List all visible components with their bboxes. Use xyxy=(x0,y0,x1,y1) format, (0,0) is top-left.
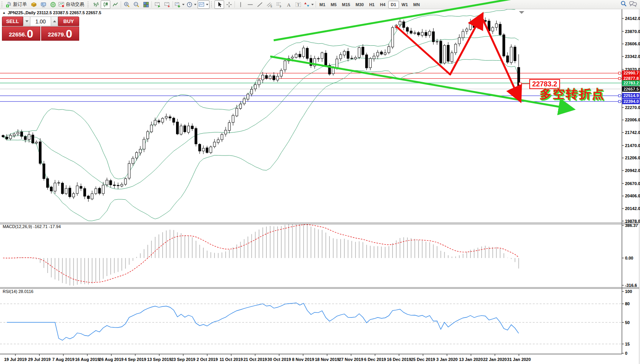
text-label-icon: T xyxy=(295,2,301,8)
periods-button[interactable] xyxy=(186,0,198,9)
chart-template-icon xyxy=(198,2,204,8)
panel-collapse-icon[interactable]: ▲ xyxy=(2,11,6,15)
candlestick-chart-button[interactable] xyxy=(101,0,110,9)
svg-text:20406.0: 20406.0 xyxy=(625,194,640,198)
turning-point-annotation[interactable]: 多空转折点 xyxy=(540,86,605,102)
horizontal-line-icon xyxy=(247,2,253,8)
tab-timeframe-M15[interactable]: M15 xyxy=(339,1,353,8)
tab-timeframe-D1[interactable]: D1 xyxy=(388,1,399,8)
chart-title: ▲ JPN225-,Daily 23112.5 23387.5 22657.5 … xyxy=(2,10,101,15)
macd-indicator-label: MACD(12,26,9) -162.71 -17.94 xyxy=(3,224,61,229)
drawing-objects-layer xyxy=(0,0,640,364)
sell-price-display[interactable]: 22656.0 xyxy=(2,26,40,41)
svg-text:20142.0: 20142.0 xyxy=(625,206,640,211)
candlestick-chart-icon xyxy=(103,2,109,8)
svg-text:22990.7: 22990.7 xyxy=(623,71,639,75)
date-axis[interactable]: 19 Jul 201929 Jul 20197 Aug 201916 Aug 2… xyxy=(0,354,622,362)
buy-button[interactable]: BUY xyxy=(58,17,79,26)
horizontal-line-tool-button[interactable] xyxy=(245,0,255,9)
vertical-line-tool-button[interactable] xyxy=(236,0,245,9)
fibonacci-tool-button[interactable]: F xyxy=(274,0,284,9)
clock-icon xyxy=(186,2,193,8)
svg-text:22514.9: 22514.9 xyxy=(623,93,639,98)
sell-price-pips: 0 xyxy=(27,28,33,40)
svg-text:3 Jan 2020: 3 Jan 2020 xyxy=(436,357,458,362)
tab-timeframe-M5[interactable]: M5 xyxy=(328,1,339,8)
sell-button[interactable]: SELL xyxy=(2,17,23,26)
svg-text:-316.6: -316.6 xyxy=(625,283,637,288)
label-tool-button[interactable]: T xyxy=(293,0,303,9)
volume-input[interactable]: 1.00 xyxy=(30,17,51,26)
falling-trendline-arrow[interactable] xyxy=(270,56,570,109)
svg-text:E: E xyxy=(271,5,273,8)
toolbar-separator xyxy=(173,1,173,8)
new-order-label: 新订单 xyxy=(13,1,28,8)
svg-text:19 Jul 2019: 19 Jul 2019 xyxy=(4,357,27,362)
tab-timeframe-H1[interactable]: H1 xyxy=(366,1,377,8)
dropdown-caret xyxy=(311,4,314,5)
red-zigzag-up-arrow[interactable] xyxy=(396,17,481,74)
svg-text:22783.2: 22783.2 xyxy=(623,81,639,85)
horizontal-price-lines[interactable] xyxy=(0,72,622,103)
volume-increase-button[interactable] xyxy=(51,17,58,26)
chart-shift-button[interactable] xyxy=(162,0,172,9)
trendline-tool-button[interactable] xyxy=(255,0,264,9)
gold-package-button[interactable] xyxy=(29,0,38,9)
arrows-icon xyxy=(304,2,310,8)
monitor-icon xyxy=(40,2,47,8)
candlestick-series xyxy=(2,17,520,202)
chart-forward-button[interactable] xyxy=(153,0,162,9)
auto-trading-label: 自动交易 xyxy=(66,1,85,8)
chart-plus-icon xyxy=(164,2,170,8)
arrows-tool-button[interactable] xyxy=(303,0,315,9)
svg-text:20670.0: 20670.0 xyxy=(625,181,640,186)
rsi-indicator-label: RSI(14) 28.0116 xyxy=(3,289,33,294)
chat-icon[interactable] xyxy=(629,1,637,8)
tab-timeframe-MN[interactable]: MN xyxy=(411,1,422,8)
svg-text:50: 50 xyxy=(625,320,630,325)
price-axis[interactable]: 24142.023870.023606.023342.023070.022270… xyxy=(622,9,640,364)
toolbar-grip xyxy=(211,2,213,7)
signal-button[interactable] xyxy=(48,0,58,9)
trendline-icon xyxy=(257,2,263,8)
text-icon: A xyxy=(286,2,292,8)
callout-anchor-handle[interactable] xyxy=(519,83,521,85)
crosshair-tool-button[interactable] xyxy=(224,0,234,9)
zoom-out-button[interactable] xyxy=(131,0,141,9)
cursor-tool-button[interactable] xyxy=(214,0,224,9)
red-zigzag-down-arrow[interactable] xyxy=(483,19,519,98)
tile-windows-button[interactable] xyxy=(141,0,151,9)
svg-text:21 Oct 2019: 21 Oct 2019 xyxy=(243,357,267,362)
volume-decrease-button[interactable] xyxy=(23,17,30,26)
templates-button[interactable] xyxy=(198,0,209,9)
svg-text:21206.0: 21206.0 xyxy=(625,156,640,160)
dropdown-caret xyxy=(182,4,185,5)
auto-trading-button[interactable]: 自动交易 xyxy=(58,0,86,9)
add-indicator-icon xyxy=(175,2,181,8)
line-chart-button[interactable] xyxy=(110,0,120,9)
search-icon[interactable] xyxy=(620,0,627,8)
auto-trading-icon xyxy=(58,2,65,8)
toolbar-grip xyxy=(88,2,90,7)
svg-text:22394.0: 22394.0 xyxy=(623,99,639,104)
chart-play-icon xyxy=(155,2,161,8)
remote-terminal-button[interactable] xyxy=(38,0,48,9)
indicators-button[interactable] xyxy=(174,0,186,9)
toolbar: 新订单 自动交易 xyxy=(0,0,640,9)
tab-timeframe-H4[interactable]: H4 xyxy=(377,1,388,8)
channel-tool-button[interactable]: E xyxy=(264,0,274,9)
chart-title-text: JPN225-,Daily 23112.5 23387.5 22657.5 22… xyxy=(8,10,101,15)
tab-timeframe-W1[interactable]: W1 xyxy=(399,1,411,8)
tab-timeframe-M1[interactable]: M1 xyxy=(317,1,328,8)
toolbar-separator xyxy=(316,1,316,8)
text-tool-button[interactable]: A xyxy=(284,0,293,9)
tab-timeframe-M30[interactable]: M30 xyxy=(353,1,366,8)
new-order-button[interactable]: 新订单 xyxy=(5,0,29,9)
chart-shift-marker[interactable] xyxy=(519,11,524,14)
chart-canvas[interactable]: 24142.023870.023606.023342.023070.022270… xyxy=(0,9,640,364)
toolbar-grip xyxy=(2,2,4,7)
bar-chart-button[interactable] xyxy=(91,0,101,9)
fibonacci-icon: F xyxy=(276,2,282,8)
buy-price-display[interactable]: 22679.0 xyxy=(41,26,80,41)
zoom-in-button[interactable] xyxy=(122,0,131,9)
